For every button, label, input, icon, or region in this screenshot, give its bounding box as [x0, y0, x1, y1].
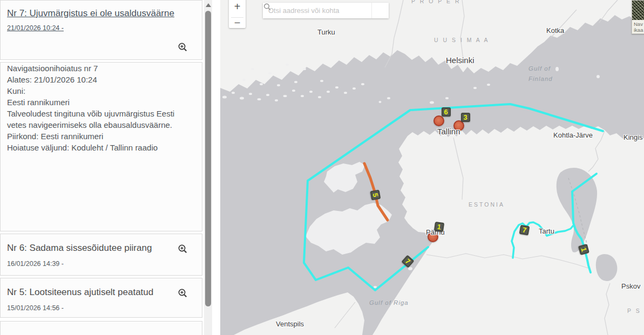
warning-point-marker[interactable] [433, 115, 444, 126]
warning-number-badge[interactable]: 1 [578, 244, 589, 255]
map-zoom-control: + − [229, 0, 246, 28]
detail-output: Hoiatuse väljund: Koduleht / Tallinn raa… [7, 142, 195, 153]
detail-body: Talveoludest tingituna võib ujuvmärgistu… [7, 108, 195, 131]
zoom-in-button[interactable]: + [229, 0, 246, 17]
search-button[interactable] [371, 3, 389, 18]
warning-card-next[interactable] [0, 321, 202, 335]
warning-item-date: 16/01/2026 14:39 - [7, 260, 202, 268]
detail-heading: Navigatsioonihoiatus nr 7 [7, 63, 195, 74]
warning-number-badge[interactable]: 6 [442, 107, 451, 117]
warning-number-badge[interactable]: 1 [433, 221, 444, 231]
map-label: Kotka [546, 26, 564, 35]
map-label: Finland [528, 76, 553, 82]
map-search-box [263, 3, 389, 18]
warnings-sidebar: Nr 7: Ujuvmärgistus ei ole usaldusväärne… [0, 0, 220, 335]
zoom-out-button[interactable]: − [229, 17, 246, 28]
scrollbar-up-arrow-icon[interactable] [206, 3, 211, 7]
map-label: U U S I M A A [434, 37, 490, 43]
map-label: Gulf of [528, 65, 551, 72]
basemap-toggle[interactable]: Nav ikaa [632, 0, 644, 34]
detail-from: Alates: 21/01/2026 10:24 [7, 74, 195, 85]
basemap-label: Nav [634, 21, 644, 27]
warning-item-title[interactable]: Nr 6: Sadama sissesõidutee piirang [7, 243, 174, 254]
zoom-to-warning-icon[interactable] [178, 288, 188, 298]
map-label: Gulf of Riga [369, 299, 409, 306]
map-label: P R O P E R [411, 0, 461, 4]
warning-date-link[interactable]: 21/01/2026 10:24 - [7, 24, 64, 32]
warning-number-badge[interactable]: 3 [461, 113, 470, 122]
sidebar-scrollbar-thumb[interactable] [205, 11, 211, 306]
warning-card-active: Nr 7: Ujuvmärgistus ei ole usaldusväärne… [0, 0, 202, 60]
detail-area-name: Eesti rannikumeri [7, 97, 195, 108]
warning-title-link[interactable]: Nr 7: Ujuvmärgistus ei ole usaldusväärne [7, 8, 174, 19]
detail-until: Kuni: [7, 85, 195, 97]
map-label: Kingis [623, 133, 642, 141]
map-label: Tallinn [437, 127, 460, 136]
map-label: Turku [317, 28, 335, 36]
map-label: Helsinki [446, 56, 474, 65]
search-input[interactable] [263, 3, 371, 18]
basemap-thumbnail [632, 1, 644, 20]
basemap-label: ikaa [634, 27, 644, 33]
warning-number-badge[interactable]: 7 [519, 224, 530, 235]
map-label: P S K O V [627, 307, 644, 314]
zoom-to-warning-icon[interactable] [178, 244, 188, 254]
warning-item-title[interactable]: Nr 5: Lootsiteenus ajutiselt peatatud [7, 287, 174, 298]
zoom-to-warning-icon[interactable] [178, 42, 188, 52]
map-label: Tartu [539, 227, 554, 235]
map-label: Kohtla-Järve [553, 131, 593, 139]
warning-card-nr6[interactable]: Nr 6: Sadama sissesõidutee piirang 16/01… [0, 234, 202, 276]
map-label: ESTONIA [469, 201, 505, 208]
detail-region: Piirkond: Eesti rannikumeri [7, 131, 195, 142]
warning-detail-card: Navigatsioonihoiatus nr 7 Alates: 21/01/… [0, 62, 202, 231]
warning-card-nr5[interactable]: Nr 5: Lootsiteenus ajutiselt peatatud 15… [0, 278, 202, 318]
warning-item-date: 15/01/2026 14:56 - [7, 304, 202, 312]
warning-number-badge[interactable]: 5 [370, 189, 381, 200]
basemap [220, 0, 644, 335]
map-canvas[interactable]: TurkuHelsinkiKotkaU U S I M A AP R O P E… [220, 0, 644, 335]
search-icon [263, 3, 272, 11]
map-label: Pskov [621, 282, 640, 290]
map-label: Ventspils [276, 320, 304, 328]
